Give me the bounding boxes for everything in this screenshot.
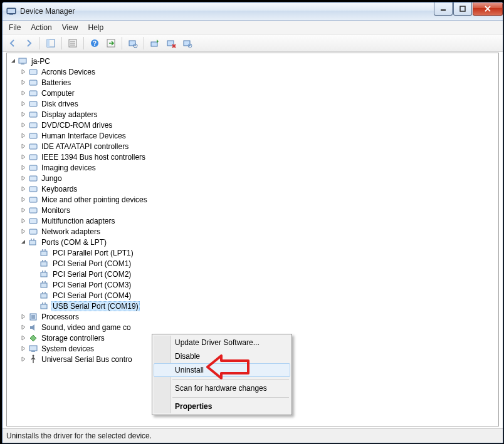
- svg-text:?: ?: [93, 40, 97, 47]
- tree-item[interactable]: Processors: [19, 311, 497, 322]
- ctx-update-driver[interactable]: Update Driver Software...: [154, 336, 290, 349]
- tree-root[interactable]: ja-PC: [8, 56, 497, 66]
- expand-icon[interactable]: [19, 313, 27, 321]
- expand-icon[interactable]: [19, 356, 27, 363]
- expand-icon[interactable]: [19, 217, 27, 225]
- svg-rect-28: [29, 123, 37, 128]
- svg-rect-25: [29, 91, 37, 96]
- expand-icon[interactable]: [19, 143, 27, 150]
- svg-rect-3: [441, 9, 446, 11]
- svg-rect-63: [31, 351, 35, 352]
- tree-root-label: ja-PC: [30, 57, 51, 66]
- expand-icon[interactable]: [19, 207, 27, 214]
- svg-rect-46: [42, 260, 43, 262]
- window-title: Device Manager: [20, 7, 433, 16]
- expand-icon[interactable]: [19, 100, 27, 108]
- expand-icon[interactable]: [19, 196, 27, 204]
- expand-icon[interactable]: [19, 239, 27, 246]
- disable-button[interactable]: [180, 36, 195, 51]
- update-driver-button[interactable]: [147, 36, 162, 51]
- tree-item[interactable]: Ports (COM & LPT): [19, 237, 497, 247]
- uninstall-driver-button[interactable]: [164, 36, 179, 51]
- expand-icon[interactable]: [19, 185, 27, 193]
- tree-item[interactable]: Network adapters: [19, 226, 497, 237]
- expand-icon[interactable]: [19, 121, 27, 129]
- svg-rect-39: [29, 240, 36, 245]
- tree-item[interactable]: Computer: [19, 88, 497, 98]
- svg-rect-49: [42, 271, 43, 272]
- expand-icon[interactable]: [19, 334, 27, 342]
- tree-item[interactable]: Batteries: [19, 77, 497, 88]
- close-button[interactable]: [473, 3, 503, 16]
- tree-item[interactable]: Monitors: [19, 205, 497, 215]
- tree-item[interactable]: PCI Serial Port (COM1): [31, 258, 497, 269]
- ctx-uninstall[interactable]: Uninstall: [154, 363, 290, 377]
- spacer: [31, 249, 38, 257]
- expand-icon[interactable]: [19, 68, 27, 76]
- context-menu: Update Driver Software... Disable Uninst…: [152, 334, 292, 415]
- tree-item[interactable]: PCI Serial Port (COM3): [31, 279, 497, 290]
- menu-view[interactable]: View: [57, 22, 83, 33]
- tree-item[interactable]: Sound, video and game co: [19, 322, 497, 333]
- ctx-properties[interactable]: Properties: [154, 400, 290, 413]
- tree-item[interactable]: IEEE 1394 Bus host controllers: [19, 152, 497, 162]
- svg-rect-43: [42, 249, 43, 251]
- svg-rect-32: [29, 165, 37, 170]
- spacer: [31, 260, 38, 267]
- expand-icon[interactable]: [19, 132, 27, 140]
- tree-item[interactable]: Disk drives: [19, 98, 497, 109]
- ctx-disable[interactable]: Disable: [154, 349, 290, 363]
- go-button[interactable]: [103, 36, 118, 51]
- menu-file[interactable]: File: [4, 22, 26, 33]
- expand-icon[interactable]: [19, 79, 27, 86]
- minimize-button[interactable]: [434, 3, 453, 16]
- spacer: [31, 281, 38, 289]
- expand-icon[interactable]: [19, 90, 27, 97]
- back-button[interactable]: [5, 36, 20, 51]
- expand-icon[interactable]: [19, 228, 27, 235]
- tree-item[interactable]: Imaging devices: [19, 162, 497, 173]
- tree-item[interactable]: PCI Parallel Port (LPT1): [31, 247, 497, 258]
- collapse-icon[interactable]: [9, 58, 17, 65]
- properties-button[interactable]: [65, 36, 80, 51]
- device-icon: [28, 323, 38, 333]
- tree-item[interactable]: Acronis Devices: [19, 66, 497, 77]
- device-icon: [28, 163, 38, 173]
- expand-icon[interactable]: [19, 345, 27, 353]
- tree-item[interactable]: IDE ATA/ATAPI controllers: [19, 141, 497, 152]
- device-icon: [39, 248, 50, 258]
- tree-item[interactable]: Jungo: [19, 173, 497, 183]
- tree-item-label: Mice and other pointing devices: [40, 195, 149, 204]
- show-hide-tree-button[interactable]: [43, 36, 58, 51]
- tree-item[interactable]: DVD/CD-ROM drives: [19, 120, 497, 130]
- tree-item[interactable]: PCI Serial Port (COM4): [31, 290, 497, 301]
- toolbar-separator: [122, 37, 122, 49]
- expand-icon[interactable]: [19, 164, 27, 172]
- forward-button[interactable]: [21, 36, 36, 51]
- svg-rect-33: [29, 176, 37, 181]
- maximize-button[interactable]: [453, 3, 472, 16]
- tree-item[interactable]: Mice and other pointing devices: [19, 194, 497, 205]
- expand-icon[interactable]: [19, 175, 27, 182]
- tree-item[interactable]: PCI Serial Port (COM2): [31, 269, 497, 279]
- svg-rect-37: [29, 219, 37, 224]
- scan-button[interactable]: [125, 36, 140, 51]
- device-icon: [28, 131, 38, 141]
- expand-icon[interactable]: [19, 153, 27, 161]
- device-icon: [28, 205, 38, 215]
- tree-item[interactable]: Display adapters: [19, 109, 497, 120]
- ctx-scan[interactable]: Scan for hardware changes: [154, 381, 290, 395]
- tree-item[interactable]: USB Serial Port (COM19): [31, 301, 497, 311]
- expand-icon[interactable]: [19, 111, 27, 118]
- titlebar: Device Manager: [3, 3, 503, 21]
- tree-item[interactable]: Keyboards: [19, 183, 497, 194]
- device-icon: [28, 216, 38, 226]
- tree-item[interactable]: Multifunction adapters: [19, 215, 497, 226]
- menu-help[interactable]: Help: [83, 22, 109, 33]
- device-icon: [28, 110, 38, 120]
- tree-item[interactable]: Human Interface Devices: [19, 130, 497, 141]
- expand-icon[interactable]: [19, 324, 27, 331]
- menu-action[interactable]: Action: [26, 22, 56, 33]
- help-button[interactable]: ?: [87, 36, 102, 51]
- device-icon: [28, 333, 38, 343]
